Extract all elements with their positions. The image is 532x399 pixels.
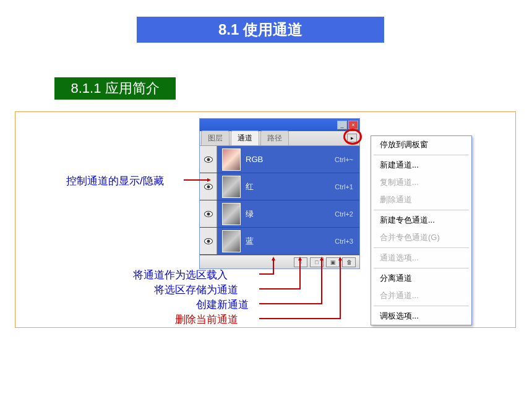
delete-channel-icon[interactable]: 🗑 xyxy=(342,257,356,267)
eye-icon xyxy=(204,184,213,190)
panel-menu-icon[interactable]: ▸ xyxy=(347,134,357,142)
tab-paths[interactable]: 路径 xyxy=(260,131,289,145)
menu-separator xyxy=(374,268,469,268)
channel-shortcut: Ctrl+1 xyxy=(335,183,353,191)
visibility-toggle[interactable] xyxy=(200,146,217,173)
annotation-new-channel: 创建新通道 xyxy=(196,298,249,312)
save-selection-icon[interactable]: □ xyxy=(310,257,324,267)
annotation-delete-channel: 删除当前通道 xyxy=(175,312,238,327)
menu-merge-spot: 合并专色通道(G) xyxy=(371,229,471,246)
visibility-toggle[interactable] xyxy=(200,200,217,227)
annotation-visibility: 控制通道的显示/隐藏 xyxy=(66,174,164,188)
main-title: 8.1 使用通道 xyxy=(137,17,384,43)
new-channel-icon[interactable]: ▣ xyxy=(326,257,340,267)
minimize-button[interactable]: _ xyxy=(337,121,347,129)
channel-row-rgb[interactable]: RGB Ctrl+~ xyxy=(200,146,359,173)
section-subtitle: 8.1.1 应用简介 xyxy=(54,77,176,100)
channel-row-green[interactable]: 绿 Ctrl+2 xyxy=(200,200,359,228)
channel-name: 蓝 xyxy=(246,236,335,247)
eye-icon xyxy=(204,211,213,217)
channel-shortcut: Ctrl+3 xyxy=(335,238,353,245)
channel-thumbnail xyxy=(222,203,241,225)
menu-panel-options[interactable]: 调板选项... xyxy=(371,307,471,325)
channels-panel: _ × 图层 通道 路径 ▸ RGB Ctrl+~ 红 Ctrl+1 xyxy=(199,118,360,269)
visibility-toggle[interactable] xyxy=(200,228,217,254)
channel-row-blue[interactable]: 蓝 Ctrl+3 xyxy=(200,228,359,255)
menu-separator xyxy=(374,247,469,248)
channel-name: RGB xyxy=(246,155,335,164)
tab-channels[interactable]: 通道 xyxy=(231,131,259,145)
channel-name: 红 xyxy=(246,181,335,192)
menu-delete-channel: 删除通道 xyxy=(371,191,471,208)
menu-copy-channel: 复制通道... xyxy=(371,174,471,191)
annotation-save-selection: 将选区存储为通道 xyxy=(154,283,238,297)
channel-list: RGB Ctrl+~ 红 Ctrl+1 绿 Ctrl+2 蓝 Ctrl+3 xyxy=(200,146,359,255)
channel-row-red[interactable]: 红 Ctrl+1 xyxy=(200,173,359,200)
channel-thumbnail xyxy=(222,176,241,198)
menu-new-spot[interactable]: 新建专色通道... xyxy=(371,212,471,229)
menu-split[interactable]: 分离通道 xyxy=(371,270,471,287)
load-selection-icon[interactable]: ○ xyxy=(294,257,307,267)
menu-separator xyxy=(374,155,469,155)
channel-shortcut: Ctrl+~ xyxy=(335,156,353,163)
panel-footer: ○ □ ▣ 🗑 xyxy=(200,255,359,268)
close-button[interactable]: × xyxy=(348,121,358,129)
menu-channel-options: 通道选项... xyxy=(371,249,471,267)
menu-dock[interactable]: 停放到调板窗 xyxy=(371,136,471,153)
annotation-load-selection: 将通道作为选区载入 xyxy=(133,268,228,282)
menu-separator xyxy=(374,306,469,306)
tab-layers[interactable]: 图层 xyxy=(201,131,230,145)
channel-name: 绿 xyxy=(246,208,335,220)
panel-titlebar: _ × xyxy=(200,119,359,131)
context-menu: 停放到调板窗 新建通道... 复制通道... 删除通道 新建专色通道... 合并… xyxy=(371,135,472,325)
menu-separator xyxy=(374,210,469,210)
tabs-row: 图层 通道 路径 ▸ xyxy=(200,131,359,146)
channel-thumbnail xyxy=(222,148,241,171)
eye-icon xyxy=(204,238,213,244)
visibility-toggle[interactable] xyxy=(200,173,217,200)
menu-new-channel[interactable]: 新建通道... xyxy=(371,157,471,174)
menu-merge: 合并通道... xyxy=(371,287,471,304)
channel-shortcut: Ctrl+2 xyxy=(335,210,353,218)
channel-thumbnail xyxy=(222,230,241,252)
eye-icon xyxy=(204,157,213,163)
content-frame: _ × 图层 通道 路径 ▸ RGB Ctrl+~ 红 Ctrl+1 xyxy=(15,111,516,328)
